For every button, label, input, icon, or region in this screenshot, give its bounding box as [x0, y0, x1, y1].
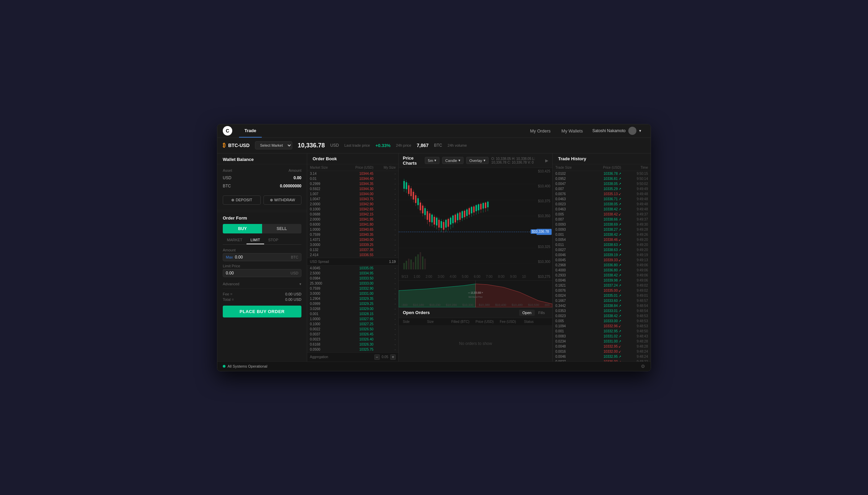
sell-button[interactable]: SELL	[262, 224, 301, 234]
fee-value: 0.00 USD	[285, 292, 301, 296]
open-orders-fills-tab[interactable]: Fills	[535, 310, 548, 316]
order-book-bid-row[interactable]: 0.0999 10329.25 -	[307, 301, 398, 306]
chevron-down-icon: ▾	[434, 158, 436, 163]
order-book-ask-row[interactable]: 3.000 10336.50 -	[307, 257, 398, 258]
user-profile[interactable]: Satoshi Nakamoto ▾	[588, 127, 645, 135]
order-book-bid-row[interactable]: 0.6168 10326.30 -	[307, 342, 398, 347]
max-button[interactable]: Max	[226, 255, 233, 259]
order-book-ask-row[interactable]: 0.0688 10342.15 -	[307, 212, 398, 217]
order-book-ask-row[interactable]: 0.7599 10340.35 -	[307, 232, 398, 237]
th-trade-size: 0.0093	[555, 228, 585, 232]
order-book-bid-row[interactable]: 3.0000 10331.00 -	[307, 291, 398, 296]
trade-history-row: 0.0046 10339.19↗ 9:49:19	[553, 252, 651, 257]
status-text: All Systems Operational	[228, 364, 267, 368]
order-book-bid-row[interactable]: 0.0984 10333.50 -	[307, 276, 398, 281]
svg-rect-33	[422, 205, 423, 213]
th-trade-time: 9:49:48	[621, 202, 648, 206]
ob-bid-size: 25.3000	[310, 281, 342, 285]
chart-type-dropdown[interactable]: Candle ▾	[442, 157, 464, 164]
th-trade-price: 10337.24↗	[585, 284, 621, 287]
svg-rect-37	[427, 211, 428, 220]
order-book-ask-row[interactable]: 1.0047 10343.75 -	[307, 197, 398, 202]
ob-bid-size: 0.0037	[310, 332, 342, 336]
aggregation-minus-button[interactable]: −	[374, 354, 380, 360]
order-book-ask-row[interactable]: 0.2999 10344.35 -	[307, 181, 398, 186]
aggregation-plus-button[interactable]: +	[390, 354, 396, 360]
advanced-toggle[interactable]: Advanced ▾	[223, 280, 301, 289]
ob-ask-price: 10343.75	[342, 197, 374, 201]
th-trade-time: 9:50:02	[621, 182, 648, 186]
order-book-ask-row[interactable]: 1.4371 10340.00 -	[307, 237, 398, 242]
order-book-ask-row[interactable]: 3.14 10344.45 -	[307, 171, 398, 176]
order-book-bid-row[interactable]: 2.5000 10334.95 -	[307, 271, 398, 276]
order-book-bid-row[interactable]: 0.7599 10332.90 -	[307, 286, 398, 291]
order-book-bid-row[interactable]: 0.1000 10327.25 -	[307, 322, 398, 327]
direction-icon: ↗	[618, 263, 621, 267]
order-book-ask-row[interactable]: 2.414 10336.55 -	[307, 252, 398, 257]
direction-icon: ↗	[618, 329, 621, 333]
svg-rect-35	[424, 208, 426, 215]
buy-button[interactable]: BUY	[223, 224, 262, 234]
order-book-bid-row[interactable]: 0.0023 10326.40 -	[307, 337, 398, 342]
order-book-bid-row[interactable]: 1.0000 10327.95 -	[307, 317, 398, 322]
ob-bid-size: 3.0000	[310, 292, 342, 295]
chart-expand-icon[interactable]: ▶	[545, 158, 548, 163]
settings-icon[interactable]: ⚙	[641, 363, 645, 369]
overlay-dropdown[interactable]: Overlay ▾	[466, 157, 488, 164]
place-buy-order-button[interactable]: PLACE BUY ORDER	[223, 306, 301, 318]
order-book-ask-row[interactable]: 2.0000 10342.90 -	[307, 202, 398, 207]
ob-ask-my: -	[373, 243, 396, 247]
trade-tab[interactable]: Trade	[239, 124, 262, 138]
svg-rect-61	[455, 215, 456, 222]
limit-price-input[interactable]	[226, 271, 290, 275]
deposit-button[interactable]: ⊕ DEPOSIT	[223, 195, 261, 205]
direction-icon: ↗	[618, 182, 621, 186]
th-trade-size: 0.1821	[555, 284, 585, 287]
order-book-ask-row[interactable]: 0.1000 10342.65 -	[307, 207, 398, 212]
th-trade-time: 9:50:14	[621, 177, 648, 181]
timeframe-dropdown[interactable]: 5m ▾	[425, 157, 439, 164]
market-header: ₿ BTC-USD Select Market 10,336.78 USD La…	[217, 138, 651, 153]
ob-bid-my: -	[373, 327, 396, 331]
direction-icon: ↗	[618, 309, 621, 313]
order-book-bid-row[interactable]: 1.2904 10329.35 -	[307, 296, 398, 301]
order-book-ask-row[interactable]: 0.5922 10344.30 -	[307, 186, 398, 191]
market-order-tab[interactable]: MARKET	[223, 236, 247, 244]
trade-history-row: 0.0093 10338.69↗ 9:49:30	[553, 222, 651, 227]
order-book-bid-row[interactable]: 0.0022 10326.50 -	[307, 327, 398, 332]
withdraw-button[interactable]: ⊕ WITHDRAW	[264, 195, 301, 205]
order-book-bid-row[interactable]: 0.001 10328.15 -	[307, 311, 398, 317]
my-wallets-button[interactable]: My Wallets	[556, 124, 588, 138]
stop-order-tab[interactable]: STOP	[264, 236, 282, 244]
order-book-bid-row[interactable]: 1.0000 10325.45 -	[307, 352, 398, 352]
order-book-ask-row[interactable]: 2.0000 10341.95 -	[307, 217, 398, 222]
order-book-bid-row[interactable]: 0.0037 10326.45 -	[307, 332, 398, 337]
order-book-ask-row[interactable]: 1.0000 10340.65 -	[307, 227, 398, 232]
order-book-ask-row[interactable]: 3.0000 10339.25 -	[307, 242, 398, 248]
ob-bid-size: 1.0000	[310, 317, 342, 321]
ob-bid-my: -	[373, 271, 396, 275]
order-book-bid-row[interactable]: 4.0045 10335.05 -	[307, 266, 398, 271]
limit-order-tab[interactable]: LIMIT	[247, 236, 264, 244]
open-orders-open-tab[interactable]: Open	[519, 310, 535, 316]
svg-rect-11	[415, 256, 416, 269]
order-book-bid-row[interactable]: 0.0500 10325.75 -	[307, 347, 398, 352]
ob-bid-my: -	[373, 292, 396, 295]
th-trade-size: 0.0023	[555, 202, 585, 206]
btc-asset-name: BTC	[223, 184, 231, 188]
svg-rect-31	[420, 202, 421, 210]
order-book-ask-row[interactable]: 1.007 10344.00 -	[307, 191, 398, 197]
order-book-ask-row[interactable]: 0.6000 10341.80 -	[307, 222, 398, 227]
amount-input[interactable]	[235, 255, 291, 259]
order-book-ask-row[interactable]: 0.01 10344.40 -	[307, 176, 398, 181]
order-book-ask-row[interactable]: 0.132 10337.35 -	[307, 248, 398, 252]
dropdown-icon: ▾	[639, 129, 641, 133]
my-orders-button[interactable]: My Orders	[524, 124, 556, 138]
order-book-bid-row[interactable]: 25.3000 10333.00 -	[307, 281, 398, 286]
price-charts-title: Price Charts	[403, 155, 418, 166]
th-trade-size: 0.007	[555, 218, 585, 221]
direction-icon: ↙	[618, 324, 621, 328]
order-book-bid-row[interactable]: 3.0268 10329.00 -	[307, 306, 398, 311]
th-trade-time: 9:49:48	[621, 197, 648, 201]
market-select[interactable]: Select Market	[255, 141, 292, 149]
